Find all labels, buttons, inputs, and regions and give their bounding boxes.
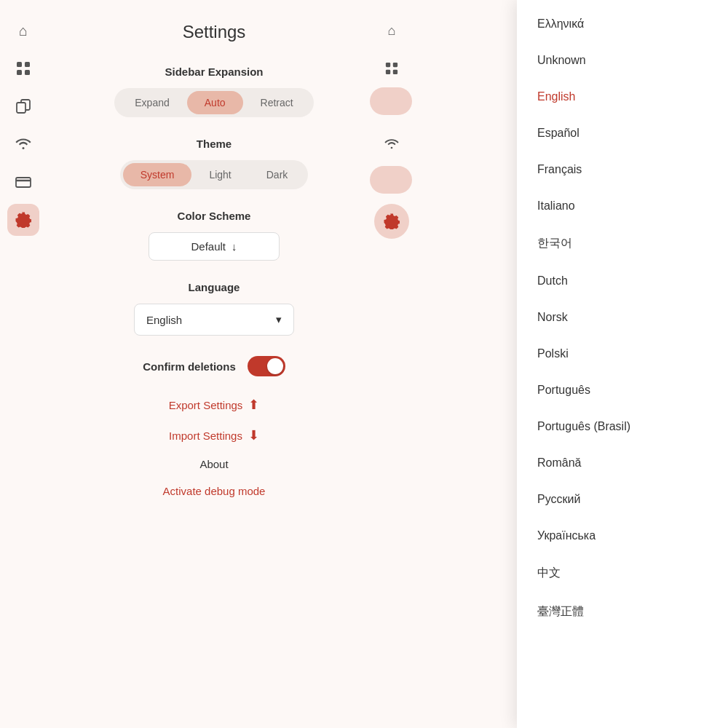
retract-btn[interactable]: Retract: [243, 91, 311, 114]
about-link[interactable]: About: [76, 458, 352, 470]
svg-rect-9: [393, 63, 397, 67]
svg-rect-3: [25, 70, 30, 75]
light-theme-btn[interactable]: Light: [191, 163, 248, 186]
lang-item[interactable]: Italiano: [517, 188, 728, 224]
confirm-deletions-row: Confirm deletions: [76, 356, 352, 376]
debug-label: Activate debug mode: [163, 485, 266, 497]
lang-item[interactable]: Dutch: [517, 263, 728, 299]
lang-item[interactable]: Norsk: [517, 299, 728, 336]
lang-item[interactable]: Українська: [517, 518, 728, 554]
svg-rect-2: [17, 70, 22, 75]
svg-rect-6: [16, 178, 31, 187]
svg-rect-1: [25, 62, 30, 67]
sidebar-expansion-label: Sidebar Expansion: [76, 66, 352, 78]
auto-btn[interactable]: Auto: [187, 91, 243, 114]
lang-item[interactable]: Română: [517, 445, 728, 481]
color-scheme-dropdown[interactable]: Default ↓: [149, 232, 280, 261]
language-label: Language: [76, 281, 352, 293]
lang-item[interactable]: 中文: [517, 554, 728, 593]
debug-link[interactable]: Activate debug mode: [76, 485, 352, 497]
lang-item[interactable]: Français: [517, 151, 728, 188]
lang-item[interactable]: Polski: [517, 336, 728, 372]
system-theme-btn[interactable]: System: [123, 163, 192, 186]
left-sidebar: ⌂: [0, 0, 47, 728]
language-dropdown-trigger[interactable]: English ▾: [134, 304, 294, 336]
sidebar-card[interactable]: [7, 166, 39, 198]
color-scheme-arrow: ↓: [232, 240, 237, 253]
page-title: Settings: [76, 22, 352, 42]
oval-overlay-1: [370, 87, 412, 115]
svg-rect-8: [386, 63, 390, 67]
svg-rect-11: [393, 70, 397, 74]
dark-theme-btn[interactable]: Dark: [249, 163, 306, 186]
sidebar-apps[interactable]: [7, 52, 39, 84]
mini-wifi-icon[interactable]: [376, 128, 408, 160]
svg-rect-5: [17, 103, 25, 113]
lang-item[interactable]: Português (Brasil): [517, 408, 728, 445]
sidebar-home[interactable]: ⌂: [7, 15, 39, 47]
lang-item[interactable]: 臺灣正體: [517, 593, 728, 631]
sidebar-settings[interactable]: [7, 204, 39, 236]
mini-home-icon[interactable]: ⌂: [376, 15, 408, 47]
color-scheme-label: Color Scheme: [76, 210, 352, 222]
svg-rect-0: [17, 62, 22, 67]
lang-item[interactable]: Unknown: [517, 42, 728, 79]
sidebar-expansion-group: Expand Auto Retract: [114, 88, 313, 117]
lang-item[interactable]: Español: [517, 115, 728, 151]
export-settings-label: Export Settings: [169, 399, 243, 411]
confirm-deletions-toggle[interactable]: [248, 356, 285, 376]
import-icon: ⬇: [248, 427, 259, 443]
main-content: Settings Sidebar Expansion Expand Auto R…: [47, 0, 381, 728]
expand-btn[interactable]: Expand: [117, 91, 186, 114]
lang-item[interactable]: 한국어: [517, 224, 728, 263]
lang-item[interactable]: Português: [517, 372, 728, 408]
language-arrow: ▾: [276, 313, 282, 326]
export-settings-link[interactable]: Export Settings ⬆: [76, 397, 352, 413]
mini-apps-icon[interactable]: [376, 52, 408, 84]
language-dropdown-panel[interactable]: Ελληνικά Unknown English Español Françai…: [517, 0, 728, 728]
lang-item[interactable]: Ελληνικά: [517, 6, 728, 42]
theme-label: Theme: [76, 138, 352, 150]
oval-overlay-2: [370, 166, 412, 194]
lang-item[interactable]: Русский: [517, 481, 728, 518]
mini-settings-icon[interactable]: [374, 204, 409, 239]
theme-group: System Light Dark: [120, 160, 309, 189]
import-settings-label: Import Settings: [169, 430, 242, 442]
svg-rect-10: [386, 70, 390, 74]
language-value: English: [146, 314, 182, 326]
lang-item-english[interactable]: English: [517, 79, 728, 115]
export-icon: ⬆: [248, 397, 259, 413]
import-settings-link[interactable]: Import Settings ⬇: [76, 427, 352, 443]
sidebar-copy[interactable]: [7, 90, 39, 122]
sidebar-wifi[interactable]: [7, 128, 39, 160]
confirm-deletions-label: Confirm deletions: [143, 360, 236, 373]
color-scheme-value: Default: [191, 240, 226, 253]
